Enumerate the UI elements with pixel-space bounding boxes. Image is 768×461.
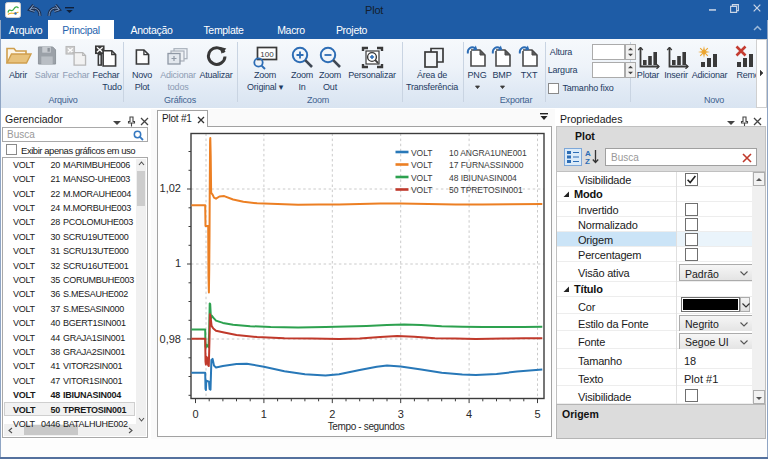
svg-text:Z: Z [585,157,590,166]
svg-text:100: 100 [260,50,274,59]
